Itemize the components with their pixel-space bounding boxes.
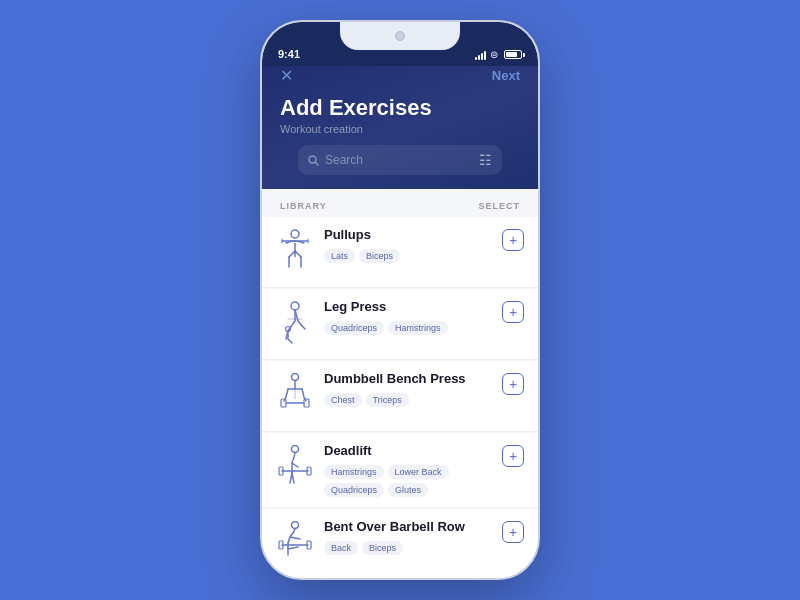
exercise-icon-barbellrow: [276, 519, 314, 569]
battery-fill: [506, 52, 517, 57]
exercise-info: Deadlift Hamstrings Lower Back Quadricep…: [324, 443, 492, 497]
search-placeholder: Search: [325, 153, 363, 167]
exercise-info: Pullups Lats Biceps: [324, 227, 492, 263]
battery-icon: [504, 50, 522, 59]
list-item: Pullups Lats Biceps +: [262, 217, 538, 288]
exercise-icon-deadlift: [276, 443, 314, 493]
close-button[interactable]: ✕: [280, 66, 293, 85]
content: LIBRARY SELECT: [262, 189, 538, 578]
page-title: Add Exercises: [280, 95, 520, 121]
tag: Glutes: [388, 483, 428, 497]
tag: Back: [324, 541, 358, 555]
svg-point-0: [309, 156, 316, 163]
signal-bar-3: [481, 53, 483, 60]
search-bar[interactable]: Search ☷: [298, 145, 502, 175]
header-nav: ✕ Next: [280, 66, 520, 85]
exercise-name: Deadlift: [324, 443, 492, 460]
exercise-name: Dumbbell Bench Press: [324, 371, 492, 388]
filter-icon[interactable]: ☷: [479, 152, 492, 168]
exercise-icon-pullup: [276, 227, 314, 277]
exercise-tags: Back Biceps: [324, 541, 492, 555]
screen: 9:41 ⊜ ✕ Next Add Exercises W: [262, 22, 538, 578]
signal-bar-1: [475, 57, 477, 60]
signal-bar-4: [484, 51, 486, 60]
exercise-info: Bent Over Barbell Row Back Biceps: [324, 519, 492, 555]
signal-bars: [475, 50, 486, 60]
list-item: Leg Press Quadriceps Hamstrings +: [262, 289, 538, 360]
exercise-list[interactable]: Pullups Lats Biceps +: [262, 217, 538, 578]
exercise-name: Leg Press: [324, 299, 492, 316]
add-exercise-button[interactable]: +: [502, 445, 524, 467]
tag: Quadriceps: [324, 483, 384, 497]
add-exercise-button[interactable]: +: [502, 373, 524, 395]
tag: Hamstrings: [388, 321, 448, 335]
svg-point-2: [291, 230, 299, 238]
exercise-info: Dumbbell Bench Press Chest Triceps: [324, 371, 492, 407]
search-left: Search: [308, 153, 363, 167]
tag: Lats: [324, 249, 355, 263]
add-exercise-button[interactable]: +: [502, 301, 524, 323]
svg-point-8: [292, 446, 299, 453]
svg-point-5: [292, 374, 299, 381]
phone-frame: 9:41 ⊜ ✕ Next Add Exercises W: [260, 20, 540, 580]
exercise-name: Pullups: [324, 227, 492, 244]
svg-point-3: [291, 302, 299, 310]
tag: Chest: [324, 393, 362, 407]
signal-bar-2: [478, 55, 480, 60]
tag: Biceps: [359, 249, 400, 263]
library-label: LIBRARY: [280, 201, 327, 211]
exercise-tags: Hamstrings Lower Back Quadriceps Glutes: [324, 465, 492, 497]
selected-label: SELECT: [478, 201, 520, 211]
exercise-name: Bent Over Barbell Row: [324, 519, 492, 536]
exercise-info: Leg Press Quadriceps Hamstrings: [324, 299, 492, 335]
add-exercise-button[interactable]: +: [502, 521, 524, 543]
tag: Quadriceps: [324, 321, 384, 335]
list-item: Bent Over Barbell Row Back Biceps +: [262, 509, 538, 578]
exercise-tags: Chest Triceps: [324, 393, 492, 407]
status-icons: ⊜: [475, 49, 522, 60]
tag: Biceps: [362, 541, 403, 555]
next-button[interactable]: Next: [492, 68, 520, 83]
svg-line-1: [316, 162, 319, 165]
exercise-icon-benchpress: [276, 371, 314, 421]
wifi-icon: ⊜: [490, 49, 498, 60]
notch-camera: [395, 31, 405, 41]
search-icon: [308, 155, 319, 166]
tag: Lower Back: [388, 465, 449, 479]
phone-notch: [340, 22, 460, 50]
add-exercise-button[interactable]: +: [502, 229, 524, 251]
exercise-tags: Lats Biceps: [324, 249, 492, 263]
exercise-icon-legpress: [276, 299, 314, 349]
exercise-tags: Quadriceps Hamstrings: [324, 321, 492, 335]
page-subtitle: Workout creation: [280, 123, 520, 135]
tag: Hamstrings: [324, 465, 384, 479]
list-item: Deadlift Hamstrings Lower Back Quadricep…: [262, 433, 538, 508]
list-item: Dumbbell Bench Press Chest Triceps +: [262, 361, 538, 432]
status-time: 9:41: [278, 48, 300, 60]
svg-point-11: [292, 521, 299, 528]
section-header: LIBRARY SELECT: [262, 189, 538, 217]
tag: Triceps: [366, 393, 409, 407]
